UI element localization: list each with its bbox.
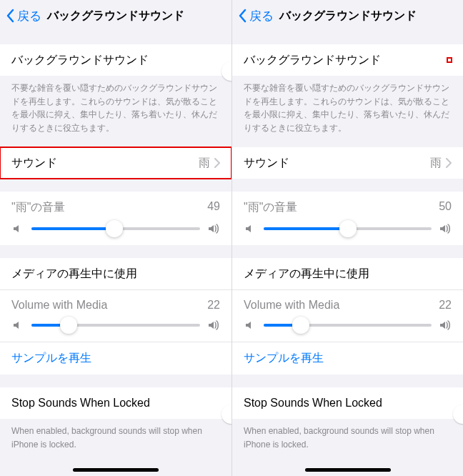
- stop-label: Stop Sounds When Locked: [11, 397, 150, 410]
- navbar: 戻る バックグラウンドサウンド: [0, 0, 231, 31]
- media-vol-slider[interactable]: [264, 324, 432, 327]
- bg-sounds-row[interactable]: バックグラウンドサウンド: [0, 44, 231, 76]
- volume-slider[interactable]: [31, 227, 200, 230]
- left-pane: 戻る バックグラウンドサウンド バックグラウンドサウンド 不要な雑音を覆い隠すた…: [0, 0, 231, 476]
- content: バックグラウンドサウンド 不要な雑音を覆い隠すためのバックグラウンドサウンドを再…: [232, 31, 463, 476]
- bg-desc: 不要な雑音を覆い隠すためのバックグラウンドサウンドを再生します。これらのサウンド…: [0, 76, 231, 134]
- media-vol-label: Volume with Media: [244, 299, 339, 312]
- group-stop: Stop Sounds When Locked When enabled, ba…: [232, 387, 463, 451]
- bg-sounds-label: バックグラウンドサウンド: [11, 53, 149, 68]
- media-vol-slider-row: [11, 319, 220, 332]
- speaker-low-icon: [11, 222, 24, 235]
- chevron-right-icon: [214, 158, 220, 168]
- media-row[interactable]: メディアの再生中に使用: [0, 258, 231, 289]
- stop-desc: When enabled, background sounds will sto…: [0, 419, 231, 451]
- group-volume: "雨"の音量 50: [232, 192, 463, 245]
- media-row[interactable]: メディアの再生中に使用: [232, 258, 463, 289]
- sound-value: 雨: [430, 156, 442, 171]
- sound-row[interactable]: サウンド 雨: [232, 147, 463, 179]
- home-indicator: [305, 468, 391, 472]
- speaker-high-icon: [207, 222, 220, 235]
- page-title: バックグラウンドサウンド: [279, 9, 417, 24]
- volume-cell: "雨"の音量 49: [0, 192, 231, 245]
- group-media: メディアの再生中に使用 Volume with Media 22 サンプルを再生: [0, 258, 231, 375]
- volume-label: "雨"の音量: [11, 200, 65, 215]
- media-vol-value: 22: [439, 299, 452, 312]
- volume-label: "雨"の音量: [244, 200, 297, 215]
- volume-value: 49: [207, 200, 220, 215]
- media-vol-head: Volume with Media 22: [11, 299, 220, 312]
- speaker-low-icon: [11, 319, 24, 332]
- sound-value-wrap: 雨: [430, 156, 452, 171]
- bg-sounds-label: バックグラウンドサウンド: [244, 53, 381, 68]
- media-label: メディアの再生中に使用: [11, 267, 137, 282]
- navbar: 戻る バックグラウンドサウンド: [232, 0, 463, 31]
- media-vol-head: Volume with Media 22: [244, 299, 452, 312]
- media-vol-value: 22: [207, 299, 220, 312]
- home-indicator: [73, 468, 159, 472]
- chevron-right-icon: [446, 158, 452, 168]
- media-label: メディアの再生中に使用: [244, 267, 369, 282]
- play-sample-link[interactable]: サンプルを再生: [232, 342, 463, 375]
- bg-switch-wrap: [447, 58, 452, 62]
- volume-head: "雨"の音量 49: [11, 200, 220, 215]
- stop-label: Stop Sounds When Locked: [244, 397, 382, 410]
- back-button[interactable]: 戻る: [6, 0, 41, 31]
- stop-row[interactable]: Stop Sounds When Locked: [0, 387, 231, 419]
- media-vol-cell: Volume with Media 22: [232, 289, 463, 342]
- bg-desc: 不要な雑音を覆い隠すためのバックグラウンドサウンドを再生します。これらのサウンド…: [232, 76, 463, 134]
- chevron-left-icon: [238, 9, 247, 23]
- bg-sounds-row[interactable]: バックグラウンドサウンド: [232, 44, 463, 76]
- media-vol-slider-row: [244, 319, 452, 332]
- volume-cell: "雨"の音量 50: [232, 192, 463, 245]
- speaker-low-icon: [244, 222, 257, 235]
- stop-row[interactable]: Stop Sounds When Locked: [232, 387, 463, 419]
- sound-label: サウンド: [11, 156, 57, 171]
- back-button[interactable]: 戻る: [238, 0, 274, 31]
- page-title: バックグラウンドサウンド: [47, 9, 184, 24]
- back-label: 戻る: [249, 8, 274, 24]
- stop-desc: When enabled, background sounds will sto…: [232, 419, 463, 451]
- group-stop: Stop Sounds When Locked When enabled, ba…: [0, 387, 231, 451]
- group-sound: サウンド 雨: [0, 147, 231, 179]
- right-pane: 戻る バックグラウンドサウンド バックグラウンドサウンド 不要な雑音を覆い隠すた…: [231, 0, 463, 476]
- play-sample-link[interactable]: サンプルを再生: [0, 342, 231, 375]
- content: バックグラウンドサウンド 不要な雑音を覆い隠すためのバックグラウンドサウンドを再…: [0, 31, 231, 476]
- group-volume: "雨"の音量 49: [0, 192, 231, 245]
- group-media: メディアの再生中に使用 Volume with Media 22 サンプルを再生: [232, 258, 463, 375]
- volume-value: 50: [439, 200, 452, 215]
- media-vol-label: Volume with Media: [11, 299, 107, 312]
- media-vol-slider[interactable]: [31, 324, 200, 327]
- speaker-high-icon: [439, 319, 452, 332]
- sound-value: 雨: [199, 156, 210, 171]
- media-vol-cell: Volume with Media 22: [0, 289, 231, 342]
- volume-slider-row: [244, 222, 452, 235]
- speaker-low-icon: [244, 319, 257, 332]
- back-label: 戻る: [17, 8, 41, 24]
- sound-value-wrap: 雨: [199, 156, 220, 171]
- sound-row[interactable]: サウンド 雨: [0, 147, 231, 179]
- chevron-left-icon: [6, 9, 14, 23]
- sound-label: サウンド: [244, 156, 289, 171]
- group-bg: バックグラウンドサウンド 不要な雑音を覆い隠すためのバックグラウンドサウンドを再…: [0, 44, 231, 134]
- speaker-high-icon: [439, 222, 452, 235]
- group-sound: サウンド 雨: [232, 147, 463, 179]
- speaker-high-icon: [207, 319, 220, 332]
- volume-slider-row: [11, 222, 220, 235]
- volume-head: "雨"の音量 50: [244, 200, 452, 215]
- group-bg: バックグラウンドサウンド 不要な雑音を覆い隠すためのバックグラウンドサウンドを再…: [232, 44, 463, 134]
- volume-slider[interactable]: [264, 227, 432, 230]
